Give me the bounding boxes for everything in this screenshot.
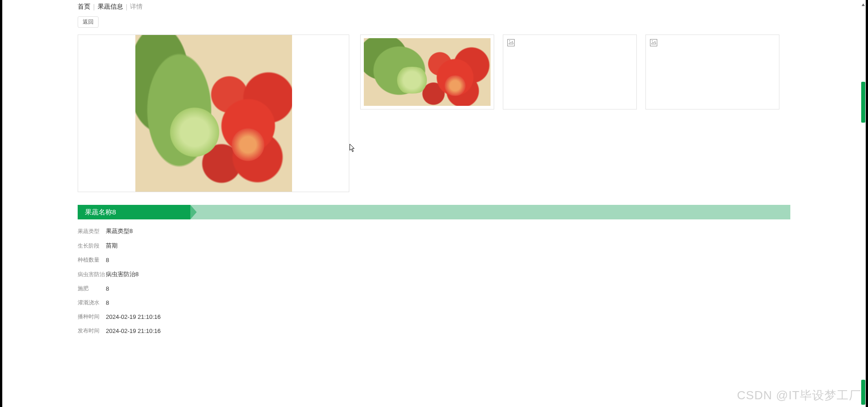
detail-row: 灌溉浇水 8: [78, 296, 790, 310]
detail-value: 8: [106, 257, 109, 263]
scroll-indicator[interactable]: [861, 380, 865, 405]
vegetable-image: [135, 35, 292, 192]
breadcrumb-section[interactable]: 果蔬信息: [98, 3, 123, 11]
detail-value: 8: [106, 299, 109, 306]
breadcrumb-sep-icon: |: [126, 3, 128, 10]
detail-row: 病虫害防治 病虫害防治8: [78, 267, 790, 282]
breadcrumb-current: 详情: [130, 3, 143, 11]
detail-row: 生长阶段 苗期: [78, 238, 790, 253]
detail-row: 果蔬类型 果蔬类型8: [78, 224, 790, 238]
detail-label: 发布时间: [78, 327, 106, 335]
thumbnail-1[interactable]: [360, 35, 494, 109]
detail-label: 施肥: [78, 285, 106, 293]
detail-value: 2024-02-19 21:10:16: [106, 328, 161, 334]
thumbnail-2[interactable]: [503, 35, 637, 109]
scroll-up-icon[interactable]: [861, 1, 865, 5]
svg-point-3: [652, 40, 653, 41]
detail-row: 施肥 8: [78, 282, 790, 296]
detail-value: 8: [106, 285, 109, 292]
watermark: CSDN @IT毕设梦工厂: [737, 387, 861, 403]
svg-rect-0: [508, 40, 515, 46]
detail-value: 苗期: [106, 242, 118, 250]
detail-label: 病虫害防治: [78, 271, 106, 278]
main-image[interactable]: [78, 35, 349, 192]
svg-rect-2: [650, 40, 657, 46]
breadcrumb-home[interactable]: 首页: [78, 3, 90, 11]
detail-label: 生长阶段: [78, 242, 106, 250]
detail-value: 果蔬类型8: [106, 227, 133, 235]
thumbnail-grid: [360, 35, 790, 192]
breadcrumb: 首页 | 果蔬信息 | 详情: [78, 3, 790, 11]
detail-list: 果蔬类型 果蔬类型8 生长阶段 苗期 种植数量 8 病虫害防治 病虫害防治8 施…: [78, 224, 790, 338]
detail-label: 种植数量: [78, 256, 106, 264]
detail-row: 播种时间 2024-02-19 21:10:16: [78, 310, 790, 324]
detail-value: 2024-02-19 21:10:16: [106, 313, 161, 320]
detail-label: 果蔬类型: [78, 228, 106, 235]
thumbnail-3[interactable]: [645, 35, 779, 109]
image-gallery: [78, 35, 790, 192]
breadcrumb-sep-icon: |: [93, 3, 95, 10]
detail-value: 病虫害防治8: [106, 270, 139, 278]
detail-label: 灌溉浇水: [78, 299, 106, 307]
detail-row: 发布时间 2024-02-19 21:10:16: [78, 324, 790, 338]
page-title: 果蔬名称8: [78, 205, 190, 219]
broken-image-icon: [650, 39, 657, 46]
broken-image-icon: [507, 39, 515, 46]
scroll-indicator[interactable]: [861, 82, 865, 123]
title-bar: 果蔬名称8: [78, 205, 790, 219]
back-button[interactable]: 返回: [78, 16, 99, 28]
detail-label: 播种时间: [78, 313, 106, 321]
detail-row: 种植数量 8: [78, 253, 790, 267]
svg-point-1: [509, 40, 510, 41]
